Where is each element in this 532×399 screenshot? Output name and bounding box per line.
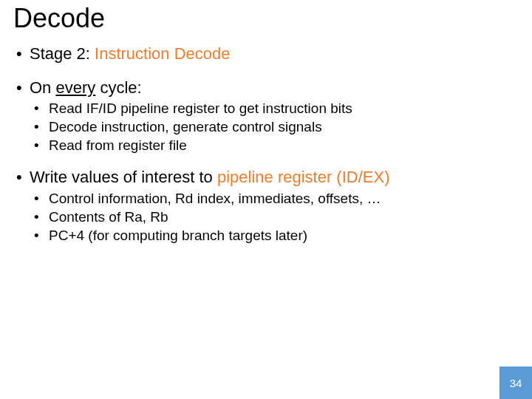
bullet-every-cycle-pre: On	[30, 78, 55, 97]
subbullet-contents-ra-rb: Contents of Ra, Rb	[30, 208, 519, 227]
bullet-stage-2: Stage 2: Instruction Decode	[13, 43, 519, 65]
bullet-write-values-pre: Write values of interest to	[30, 168, 217, 186]
slide-title: Decode	[13, 3, 519, 34]
bullet-list-level1: Stage 2: Instruction Decode On every cyc…	[13, 43, 519, 245]
bullet-stage-2-pre: Stage 2:	[30, 44, 95, 63]
every-cycle-sublist: Read IF/ID pipeline register to get inst…	[30, 100, 519, 154]
subbullet-control-info: Control information, Rd index, immediate…	[30, 190, 519, 208]
page-number: 34	[510, 377, 522, 389]
subbullet-decode-instruction: Decode instruction, generate control sig…	[30, 118, 519, 137]
bullet-every-cycle: On every cycle: Read IF/ID pipeline regi…	[13, 77, 519, 155]
subbullet-read-ifid: Read IF/ID pipeline register to get inst…	[30, 100, 519, 118]
subbullet-read-regfile: Read from register file	[30, 137, 519, 155]
bullet-stage-2-highlight: Instruction Decode	[95, 44, 230, 63]
page-number-box: 34	[499, 366, 532, 399]
bullet-write-values-highlight: pipeline register (ID/EX)	[217, 168, 390, 186]
bullet-write-values: Write values of interest to pipeline reg…	[13, 166, 519, 245]
bullet-every-cycle-post: cycle:	[95, 78, 141, 97]
write-values-sublist: Control information, Rd index, immediate…	[30, 190, 519, 245]
subbullet-pc-plus-4: PC+4 (for computing branch targets later…	[30, 227, 519, 245]
bullet-every-cycle-underlined: every	[55, 78, 95, 97]
slide: Decode Stage 2: Instruction Decode On ev…	[0, 0, 532, 399]
